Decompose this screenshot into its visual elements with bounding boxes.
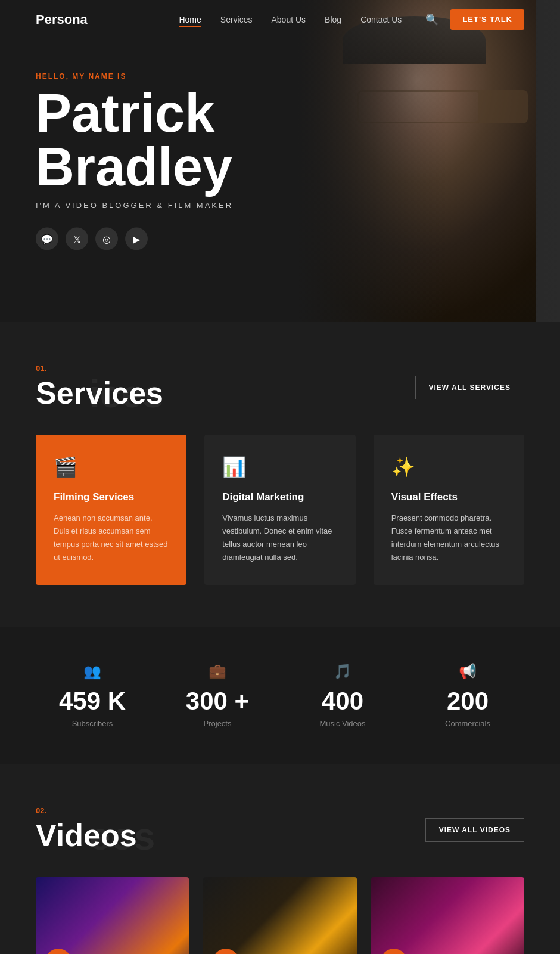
video-card-3[interactable]	[371, 877, 524, 954]
services-number: 01.	[36, 364, 163, 373]
stats-grid: 👥 459 K Subscribers 💼 300 + Projects 🎵 4…	[36, 663, 524, 728]
nav-link-contact[interactable]: Contact Us	[360, 15, 402, 24]
hero-name: Patrick Bradley	[36, 86, 233, 194]
subscribers-number: 459 K	[59, 687, 126, 715]
video-thumbnail-1	[36, 877, 189, 954]
hero-portrait	[238, 0, 536, 322]
navbar: Persona Home Services About Us Blog Cont…	[0, 0, 560, 39]
lets-talk-button[interactable]: LET'S TALK	[450, 9, 524, 30]
stat-commercials: 📢 200 Commercials	[411, 663, 524, 728]
service-desc-marketing: Vivamus luctus maximus vestibulum. Donec…	[222, 512, 337, 564]
video-thumbnail-3	[371, 877, 524, 954]
services-title-wrap: 01. Services ices	[36, 364, 163, 411]
subscribers-icon: 👥	[83, 663, 101, 680]
music-icon: 🎵	[334, 663, 351, 680]
music-number: 400	[322, 687, 363, 715]
subscribers-label: Subscribers	[72, 719, 113, 728]
commercials-number: 200	[447, 687, 489, 715]
nav-item-contact[interactable]: Contact Us	[360, 14, 402, 25]
service-card-marketing[interactable]: 📊 Digital Marketing Vivamus luctus maxim…	[204, 435, 355, 585]
videos-title-wrap: 02. Videos eos	[36, 806, 137, 853]
stat-projects: 💼 300 + Projects	[161, 663, 274, 728]
nav-link-services[interactable]: Services	[220, 15, 253, 24]
social-twitter-icon[interactable]: 𝕏	[66, 228, 88, 250]
nav-link-about[interactable]: About Us	[272, 15, 306, 24]
hero-first-name: Patrick	[36, 86, 233, 140]
nav-item-home[interactable]: Home	[179, 14, 201, 25]
social-instagram-icon[interactable]: ◎	[95, 228, 118, 250]
service-desc-filming: Aenean non accumsan ante. Duis et risus …	[54, 512, 169, 564]
videos-header: 02. Videos eos VIEW ALL VIDEOS	[36, 806, 524, 853]
view-all-services-button[interactable]: VIEW ALL SERVICES	[415, 376, 524, 399]
hero-tagline: I'M A VIDEO BLOGGER & FILM MAKER	[36, 201, 233, 210]
marketing-icon: 📊	[222, 456, 337, 478]
hero-greeting: HELLO, MY NAME IS	[36, 72, 233, 80]
services-grid: 🎬 Filming Services Aenean non accumsan a…	[36, 435, 524, 585]
projects-icon: 💼	[209, 663, 226, 680]
nav-item-services[interactable]: Services	[220, 14, 253, 25]
nav-links: Home Services About Us Blog Contact Us	[179, 14, 402, 25]
social-youtube-icon[interactable]: ▶	[125, 228, 148, 250]
hero-content: HELLO, MY NAME IS Patrick Bradley I'M A …	[36, 72, 233, 250]
service-name-filming: Filming Services	[54, 491, 169, 503]
service-name-vfx: Visual Effects	[391, 491, 506, 503]
videos-number: 02.	[36, 806, 137, 815]
projects-number: 300 +	[186, 687, 249, 715]
nav-link-blog[interactable]: Blog	[325, 15, 341, 24]
vfx-icon: ✨	[391, 456, 506, 478]
hero-last-name: Bradley	[36, 140, 233, 194]
hero-socials: 💬 𝕏 ◎ ▶	[36, 228, 233, 250]
stat-music-videos: 🎵 400 Music Videos	[286, 663, 399, 728]
nav-item-about[interactable]: About Us	[272, 14, 306, 25]
hero-section: HELLO, MY NAME IS Patrick Bradley I'M A …	[0, 0, 560, 322]
services-header: 01. Services ices VIEW ALL SERVICES	[36, 364, 524, 411]
stats-section: 👥 459 K Subscribers 💼 300 + Projects 🎵 4…	[0, 627, 560, 764]
portrait-overlay	[238, 0, 536, 322]
commercials-label: Commercials	[445, 719, 490, 728]
music-label: Music Videos	[319, 719, 365, 728]
nav-link-home[interactable]: Home	[179, 15, 201, 27]
video-card-2[interactable]	[203, 877, 356, 954]
view-all-videos-button[interactable]: VIEW ALL VIDEOS	[425, 818, 524, 842]
service-card-vfx[interactable]: ✨ Visual Effects Praesent commodo pharet…	[374, 435, 524, 585]
videos-grid	[36, 877, 524, 954]
filming-icon: 🎬	[54, 456, 169, 478]
video-card-1[interactable]	[36, 877, 189, 954]
video-thumbnail-2	[203, 877, 356, 954]
service-name-marketing: Digital Marketing	[222, 491, 337, 503]
videos-title: Videos	[36, 817, 137, 853]
services-title: Services	[36, 375, 163, 411]
projects-label: Projects	[204, 719, 232, 728]
brand-logo[interactable]: Persona	[36, 12, 88, 27]
services-section: 01. Services ices VIEW ALL SERVICES 🎬 Fi…	[0, 322, 560, 627]
service-desc-vfx: Praesent commodo pharetra. Fusce ferment…	[391, 512, 506, 564]
stat-subscribers: 👥 459 K Subscribers	[36, 663, 149, 728]
social-messenger-icon[interactable]: 💬	[36, 228, 58, 250]
service-card-filming[interactable]: 🎬 Filming Services Aenean non accumsan a…	[36, 435, 186, 585]
search-icon[interactable]: 🔍	[425, 13, 438, 26]
videos-section: 02. Videos eos VIEW ALL VIDEOS	[0, 764, 560, 954]
commercials-icon: 📢	[459, 663, 477, 680]
nav-item-blog[interactable]: Blog	[325, 14, 341, 25]
